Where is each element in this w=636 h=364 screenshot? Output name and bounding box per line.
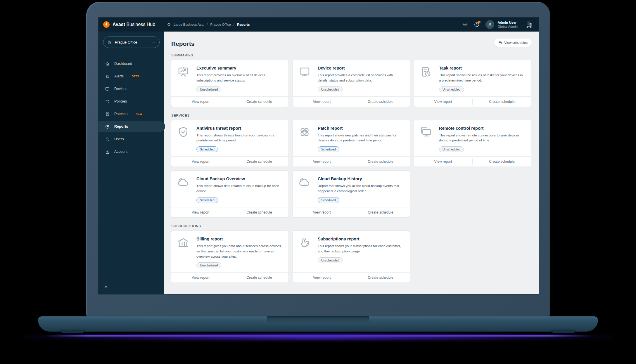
avast-logo-icon bbox=[103, 21, 110, 28]
card-title: Billing report bbox=[196, 237, 283, 241]
topbar: Avast Business Hub Large Business Acc./P… bbox=[98, 18, 539, 32]
card-task-report: Task report This report shows the result… bbox=[414, 60, 531, 107]
card-footer: View report Create schedule bbox=[171, 96, 288, 107]
site-selector[interactable]: Prague Office bbox=[103, 37, 160, 48]
monitor-icon bbox=[105, 86, 110, 91]
laptop-foot-right bbox=[551, 330, 576, 333]
stage: Avast Business Hub Large Business Acc./P… bbox=[0, 0, 636, 364]
view-report-link[interactable]: View report bbox=[171, 157, 230, 167]
sidebar-item-patches[interactable]: Patches |NEW bbox=[98, 109, 165, 119]
card-footer: View report Create schedule bbox=[171, 156, 288, 167]
create-schedule-link[interactable]: Create schedule bbox=[351, 157, 410, 167]
view-report-link[interactable]: View report bbox=[171, 273, 230, 282]
card-title: Device report bbox=[318, 66, 404, 70]
view-report-link[interactable]: View report bbox=[171, 97, 230, 107]
breadcrumb: Large Business Acc./Prague Office/Report… bbox=[167, 22, 250, 27]
status-badge: Unscheduled bbox=[439, 86, 464, 92]
report-section: SUMMARIES Executive summary This report … bbox=[171, 53, 532, 107]
create-schedule-link[interactable]: Create schedule bbox=[351, 207, 410, 217]
view-report-link[interactable]: View report bbox=[293, 273, 351, 282]
view-report-link[interactable]: View report bbox=[293, 157, 351, 167]
sidebar-item-label: Patches bbox=[114, 112, 127, 116]
status-badge: Scheduled bbox=[318, 146, 339, 152]
user-name: Admin User bbox=[498, 20, 518, 25]
main-header: Reports View schedules bbox=[171, 38, 532, 47]
sidebar-item-label: Devices bbox=[114, 87, 127, 91]
home-breadcrumb-icon[interactable] bbox=[167, 22, 171, 27]
settings-gear-icon[interactable] bbox=[462, 22, 468, 27]
sidebar-item-reports[interactable]: Reports bbox=[98, 121, 165, 132]
topbar-actions: Admin User Global Admin bbox=[462, 20, 533, 29]
card-antivirus-threat-report: Antivirus threat report This report show… bbox=[171, 120, 288, 167]
laptop-glow-line bbox=[44, 335, 592, 337]
sidebar-item-account[interactable]: Account bbox=[98, 146, 165, 157]
view-report-link[interactable]: View report bbox=[414, 157, 472, 167]
card-description: This report shows the results of tasks f… bbox=[439, 73, 525, 83]
create-schedule-link[interactable]: Create schedule bbox=[230, 157, 288, 167]
user-meta[interactable]: Admin User Global Admin bbox=[498, 20, 518, 29]
breadcrumb-separator: / bbox=[207, 23, 208, 26]
task-clock-icon bbox=[420, 65, 433, 92]
view-report-link[interactable]: View report bbox=[293, 97, 351, 107]
view-report-link[interactable]: View report bbox=[171, 207, 230, 217]
status-badge: Unscheduled bbox=[196, 262, 221, 268]
cloud-backup-icon bbox=[177, 176, 190, 203]
page-title: Reports bbox=[171, 40, 194, 47]
view-report-link[interactable]: View report bbox=[293, 207, 351, 217]
card-description: This report shows threats found on your … bbox=[196, 133, 283, 143]
view-report-link[interactable]: View report bbox=[414, 97, 472, 107]
card-description: This report provides an overview of all … bbox=[196, 73, 283, 83]
create-schedule-link[interactable]: Create schedule bbox=[351, 97, 410, 107]
create-schedule-link[interactable]: Create schedule bbox=[230, 207, 288, 217]
sidebar-item-dashboard[interactable]: Dashboard bbox=[98, 58, 165, 69]
sidebar-item-label: Reports bbox=[114, 124, 128, 129]
calendar-icon bbox=[498, 41, 502, 45]
create-schedule-link[interactable]: Create schedule bbox=[473, 157, 531, 167]
breadcrumb-item-large-business-acc[interactable]: Large Business Acc. bbox=[174, 23, 204, 26]
card-title: Executive summary bbox=[196, 66, 283, 70]
section-label: SUMMARIES bbox=[171, 53, 532, 57]
create-schedule-link[interactable]: Create schedule bbox=[230, 273, 288, 282]
sidebar-item-policies[interactable]: Policies bbox=[98, 96, 165, 107]
card-title: Cloud Backup History bbox=[318, 176, 404, 181]
sidebar-item-label: Users bbox=[114, 137, 124, 141]
sidebar-item-users[interactable]: Users bbox=[98, 134, 165, 144]
breadcrumb-item-prague-office[interactable]: Prague Office bbox=[210, 23, 231, 26]
company-switcher-icon[interactable] bbox=[525, 21, 533, 28]
sidebar-collapse-button[interactable]: « bbox=[104, 284, 107, 290]
card-title: Patch report bbox=[318, 126, 404, 131]
card-grid: Executive summary This report provides a… bbox=[171, 60, 532, 107]
card-description: This report gives you data about service… bbox=[196, 244, 283, 259]
sidebar-item-alerts[interactable]: Alerts |BETA bbox=[98, 71, 165, 82]
main-content: Reports View schedules SUMMARIES Exe bbox=[164, 32, 539, 294]
breadcrumb-item-reports: Reports bbox=[237, 23, 250, 26]
status-badge: Scheduled bbox=[196, 146, 218, 152]
card-billing-report: Billing report This report gives you dat… bbox=[171, 231, 288, 282]
laptop-base bbox=[38, 316, 598, 332]
patches-icon bbox=[298, 125, 311, 152]
status-badge: Scheduled bbox=[196, 197, 218, 203]
create-schedule-link[interactable]: Create schedule bbox=[230, 97, 288, 107]
sidebar-item-label: Policies bbox=[114, 99, 127, 103]
card-description: This report provides a complete list of … bbox=[318, 73, 404, 83]
status-badge: Unscheduled bbox=[318, 257, 343, 263]
sidebar-item-label: Alerts bbox=[114, 74, 124, 78]
view-schedules-label: View schedules bbox=[504, 41, 528, 44]
sidebar-nav: Dashboard Alerts |BETA Devices Policies … bbox=[98, 58, 164, 157]
card-grid: Antivirus threat report This report show… bbox=[171, 120, 532, 217]
create-schedule-link[interactable]: Create schedule bbox=[473, 97, 531, 107]
help-icon[interactable] bbox=[474, 22, 480, 27]
view-schedules-button[interactable]: View schedules bbox=[494, 39, 532, 47]
breadcrumb-separator: / bbox=[234, 23, 234, 26]
puzzle-shield-icon bbox=[298, 236, 311, 268]
brand-logo: Avast Business Hub bbox=[103, 21, 155, 28]
avatar[interactable] bbox=[485, 20, 494, 29]
create-schedule-link[interactable]: Create schedule bbox=[351, 273, 410, 282]
user-icon bbox=[105, 137, 110, 142]
laptop-bezel: Avast Business Hub Large Business Acc./P… bbox=[86, 2, 550, 320]
laptop-glow bbox=[22, 332, 614, 341]
shield-check-icon bbox=[177, 125, 190, 152]
sidebar-item-devices[interactable]: Devices bbox=[98, 84, 165, 94]
presentation-chart-icon bbox=[177, 65, 190, 92]
card-title: Antivirus threat report bbox=[196, 126, 283, 131]
